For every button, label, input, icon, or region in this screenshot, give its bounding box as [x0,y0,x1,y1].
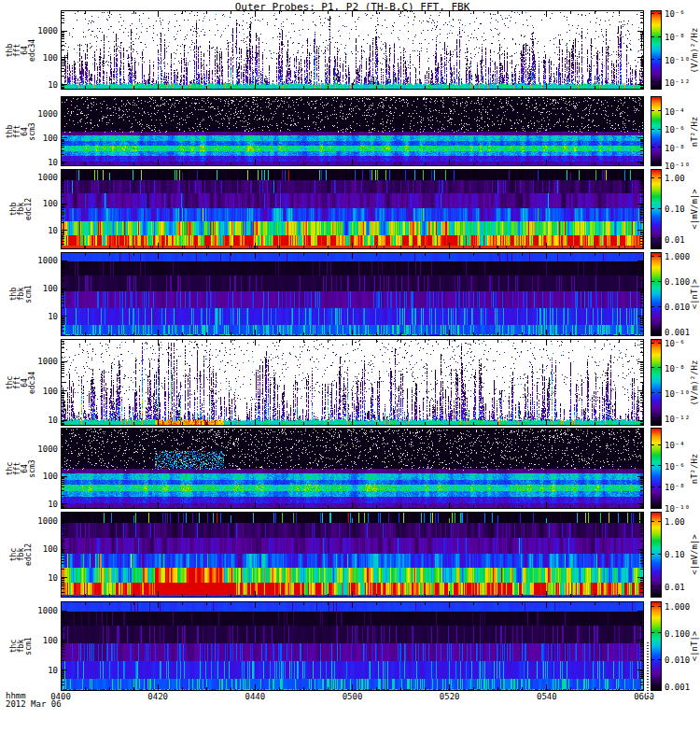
colorbar-tick-label: 10⁻¹² [665,79,690,88]
time-axis-date: 2012 Mar 06 [6,699,62,709]
panel-label-thc-fft-edc34: thcfft64edc34 [0,339,43,426]
spectrogram-thb-fft-edc34 [61,10,644,90]
colorbar-thc-fbk-scm1 [651,601,662,691]
y-tick-label: 100 [22,200,58,208]
y-tick-label: 10 [22,158,58,166]
colorbar-tick-label: 10⁻⁴ [665,442,685,450]
y-tick-label: 100 [22,285,58,293]
y-tick-label: 10 [22,666,58,674]
colorbar-unit-text: nT²/Hz [690,453,699,484]
spectrogram-figure: Outer Probes: P1, P2 (TH-B,C) FFT, FBK t… [0,0,700,747]
version-stamp [646,642,651,697]
colorbar-thc-fbk-edc12 [651,512,662,598]
colorbar-tick-label: 1.00 [665,518,685,527]
colorbar-tick-label: 10⁻⁸ [665,144,685,152]
y-tick-label: 100 [22,134,58,143]
colorbar-thc-fft-edc34 [651,339,662,426]
panel-label-thc-fft-scm3: thcfft64scm3 [0,428,43,509]
spectrogram-thb-fbk-scm1 [61,252,644,336]
colorbar-unit-text: <|mV/m|> [690,534,699,574]
colorbar-tick-label: 10⁻⁴ [665,107,685,116]
colorbar-tick-label: 0.10 [665,551,685,559]
colorbar-unit-text: (V/m)²/Hz [690,27,699,73]
colorbar-unit-text: <|nT|> [690,631,699,662]
colorbar-tick-label: 10⁻⁶ [665,10,685,19]
y-tick-label: 1000 [22,516,58,525]
y-tick-label: 1000 [22,358,58,366]
y-tick-label: 100 [22,636,58,644]
time-tick-label: 0520 [440,692,460,701]
time-tick-label: 0540 [537,692,557,701]
y-tick-label: 10 [22,313,58,321]
colorbar-tick-label: 0.010 [665,656,690,665]
y-tick-label: 1000 [22,606,58,614]
spectrogram-thc-fbk-scm1 [61,601,644,691]
colorbar-tick-label: 0.10 [665,205,685,214]
colorbar-tick-label: 0.001 [665,684,690,692]
colorbar-tick-label: 0.100 [665,278,690,287]
colorbar-unit-text: <|nT|> [690,279,699,310]
y-tick-label: 1000 [22,110,58,119]
time-tick-label: 0500 [343,692,363,701]
colorbar-tick-label: 0.010 [665,303,690,312]
time-tick-label: 0420 [147,692,168,701]
colorbar-tick-label: 10⁻⁶ [665,462,685,471]
colorbar-unit-text: nT²/Hz [690,116,699,147]
panel-label-thb-fft-edc34: thbfft64edc34 [0,10,43,90]
spectrogram-thc-fft-scm3 [61,428,644,509]
colorbar-tick-label: 10⁻⁸ [665,484,685,492]
colorbar-tick-label: 0.001 [665,329,690,337]
colorbar-tick-label: 10⁻⁸ [665,364,685,373]
colorbar-tick-label: 1.000 [665,602,690,611]
colorbar-tick-label: 10⁻¹² [665,415,690,423]
spectrogram-thb-fbk-edc12 [61,169,644,249]
colorbar-thb-fft-edc34 [651,10,662,90]
colorbar-tick-label: 1.00 [665,175,685,183]
colorbar-tick-label: 10⁻¹⁰ [665,505,690,514]
y-tick-label: 100 [22,545,58,554]
time-tick-label: 0600 [634,692,654,701]
y-tick-label: 10 [22,573,58,582]
colorbar-thb-fft-scm3 [651,96,662,166]
colorbar-tick-label: 1.000 [665,253,690,261]
colorbar-thb-fbk-edc12 [651,169,662,249]
y-tick-label: 10 [22,227,58,235]
colorbar-tick-label: 0.01 [665,235,685,244]
time-tick-label: 0440 [245,692,265,701]
y-tick-label: 1000 [22,27,58,35]
colorbar-tick-label: 10⁻¹⁰ [665,389,690,398]
colorbar-tick-label: 0.01 [665,583,685,591]
y-tick-label: 1000 [22,444,58,453]
colorbar-tick-label: 0.100 [665,629,690,638]
colorbar-tick-label: 10⁻⁶ [665,126,685,134]
spectrogram-thc-fft-edc34 [61,339,644,426]
panel-label-thb-fft-scm3: thbfft64scm3 [0,96,43,166]
colorbar-tick-label: 10⁻⁸ [665,33,685,41]
y-tick-label: 1000 [22,257,58,265]
y-tick-label: 1000 [22,173,58,181]
colorbar-tick-label: 10⁻¹⁰ [665,56,690,64]
y-tick-label: 100 [22,54,58,63]
spectrogram-thb-fft-scm3 [61,96,644,166]
colorbar-unit-text: (V/m)²/Hz [690,359,699,405]
y-tick-label: 100 [22,472,58,481]
colorbar-tick-label: 10⁻⁶ [665,339,685,347]
colorbar-thc-fft-scm3 [651,428,662,509]
colorbar-unit-text: <|mV/m|> [690,189,699,229]
y-tick-label: 10 [22,80,58,89]
colorbar-thb-fbk-scm1 [651,252,662,336]
colorbar-tick-label: 10⁻¹⁰ [665,162,690,171]
y-tick-label: 10 [22,416,58,425]
y-tick-label: 10 [22,500,58,508]
y-tick-label: 100 [22,387,58,395]
spectrogram-thc-fbk-edc12 [61,512,644,598]
